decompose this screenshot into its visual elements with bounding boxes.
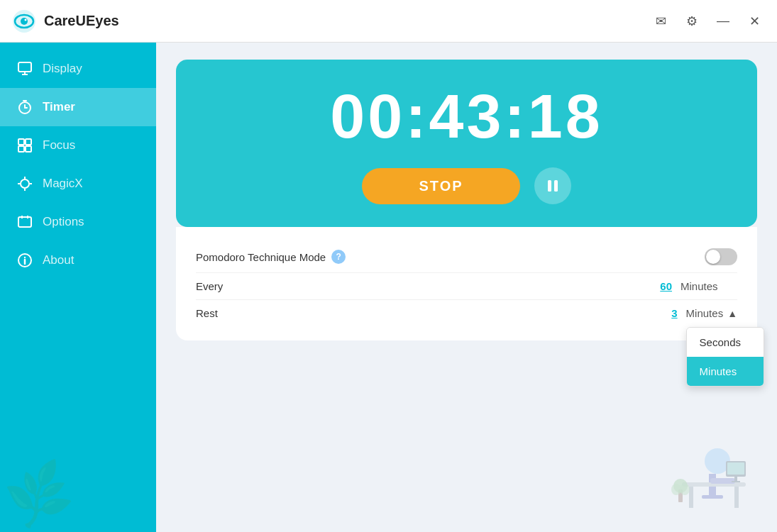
sidebar-item-display[interactable]: Display: [0, 50, 156, 88]
svg-rect-13: [18, 146, 24, 152]
every-row: Every 60 Minutes: [196, 273, 737, 300]
every-label: Every: [196, 280, 352, 292]
svg-rect-33: [734, 487, 739, 508]
every-unit: Minutes: [680, 280, 737, 292]
pause-button[interactable]: [534, 167, 571, 204]
email-icon: ✉: [656, 13, 666, 29]
rest-value[interactable]: 3: [656, 307, 678, 319]
svg-rect-34: [710, 478, 735, 484]
svg-rect-30: [702, 495, 723, 499]
pomodoro-row: Pomodoro Technique Mode ?: [196, 241, 737, 273]
svg-point-15: [21, 179, 29, 188]
every-value-group: 60 Minutes: [651, 280, 737, 292]
sidebar-item-focus[interactable]: Focus: [0, 126, 156, 165]
timer-controls: STOP: [193, 167, 740, 204]
pomodoro-label-group: Pomodoro Technique Mode ?: [196, 250, 352, 264]
timer-card: 00:43:18 STOP: [176, 60, 757, 227]
rest-label: Rest: [196, 307, 352, 319]
timer-display: 00:43:18: [193, 85, 740, 148]
sidebar-item-magicx-label: MagicX: [43, 177, 83, 191]
sidebar: Display Timer Focus MagicX Options: [0, 43, 156, 532]
svg-rect-26: [548, 180, 551, 192]
settings-button[interactable]: ⚙: [680, 10, 703, 33]
rest-unit-text: Minutes: [686, 307, 724, 319]
svg-point-3: [25, 18, 27, 21]
sidebar-item-magicx[interactable]: MagicX: [0, 165, 156, 203]
close-icon: ✕: [749, 13, 760, 29]
sidebar-item-timer[interactable]: Timer: [0, 88, 156, 126]
title-bar-right: ✉ ⚙ — ✕: [649, 10, 766, 33]
email-button[interactable]: ✉: [649, 10, 672, 33]
close-button[interactable]: ✕: [743, 10, 766, 33]
gear-icon: ⚙: [686, 13, 698, 29]
svg-rect-4: [18, 62, 31, 72]
chevron-up-icon: ▲: [727, 308, 737, 319]
sidebar-item-timer-label: Timer: [43, 100, 75, 114]
rest-unit-selector[interactable]: Minutes ▲ Seconds Minutes: [686, 307, 737, 319]
pause-icon: [545, 178, 561, 194]
timer-icon: [17, 99, 33, 115]
minimize-button[interactable]: —: [712, 10, 734, 33]
settings-section: Pomodoro Technique Mode ? Every 60 Minut…: [176, 227, 757, 340]
focus-icon: [17, 138, 33, 153]
display-icon: [17, 61, 33, 77]
rest-value-group: 3 Minutes ▲ Seconds Minutes: [656, 307, 737, 319]
illustration: [661, 419, 760, 518]
sidebar-item-about[interactable]: About: [0, 241, 156, 279]
pomodoro-help-icon[interactable]: ?: [331, 250, 346, 264]
unit-dropdown: Seconds Minutes: [686, 327, 764, 387]
magicx-icon: [17, 176, 33, 192]
minimize-icon: —: [717, 13, 729, 28]
svg-rect-20: [18, 217, 31, 227]
sidebar-item-options-label: Options: [43, 215, 84, 229]
svg-point-2: [21, 18, 28, 25]
title-bar: CareUEyes ✉ ⚙ — ✕: [0, 0, 777, 43]
every-value[interactable]: 60: [651, 280, 672, 292]
sidebar-item-options[interactable]: Options: [0, 203, 156, 241]
content-area: 00:43:18 STOP Pomodoro Technique Mode ?: [156, 43, 777, 532]
app-title: CareUEyes: [44, 13, 119, 29]
svg-point-42: [680, 484, 690, 495]
pomodoro-label: Pomodoro Technique Mode: [196, 251, 326, 263]
dropdown-item-minutes[interactable]: Minutes: [687, 357, 764, 386]
dropdown-item-seconds[interactable]: Seconds: [687, 328, 764, 357]
app-logo: [11, 9, 37, 34]
sidebar-item-display-label: Display: [43, 62, 82, 76]
svg-rect-14: [26, 146, 31, 152]
svg-rect-12: [26, 139, 31, 145]
svg-point-25: [24, 257, 26, 258]
sidebar-item-about-label: About: [43, 253, 74, 267]
svg-rect-38: [732, 481, 740, 482]
stop-button[interactable]: STOP: [362, 168, 519, 204]
main-layout: Display Timer Focus MagicX Options: [0, 43, 777, 532]
title-bar-left: CareUEyes: [11, 9, 119, 34]
options-icon: [17, 214, 33, 230]
about-icon: [17, 253, 33, 268]
svg-rect-27: [554, 180, 558, 192]
rest-row: Rest 3 Minutes ▲ Seconds Minutes: [196, 300, 737, 326]
svg-rect-11: [18, 139, 24, 145]
sidebar-item-focus-label: Focus: [43, 138, 75, 153]
leaf-decoration: 🌿: [0, 455, 79, 532]
pomodoro-toggle[interactable]: [705, 248, 737, 265]
svg-rect-36: [727, 462, 744, 475]
svg-point-41: [671, 484, 681, 495]
